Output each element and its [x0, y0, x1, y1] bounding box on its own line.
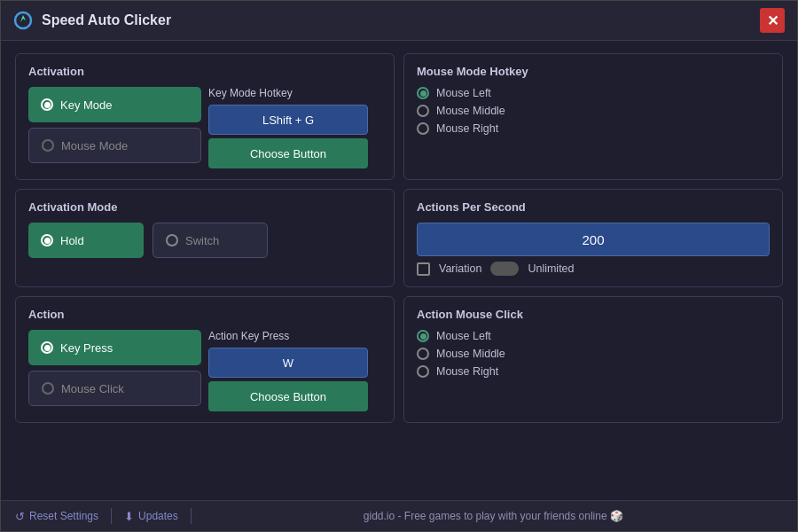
switch-radio: [166, 234, 178, 246]
reset-settings-button[interactable]: ↺ Reset Settings: [15, 510, 98, 523]
mouse-hotkey-options: Mouse Left Mouse Middle Mouse Right: [417, 87, 770, 135]
top-row: Activation Key Mode Mouse Mode: [15, 53, 783, 180]
mouse-click-button[interactable]: Mouse Click: [28, 371, 201, 406]
mouse-hotkey-title: Mouse Mode Hotkey: [417, 65, 770, 78]
action-mouse-left-radio: [417, 330, 429, 342]
mouse-left-option[interactable]: Mouse Left: [417, 87, 770, 99]
action-mouse-right-label: Mouse Right: [436, 365, 498, 378]
hotkey-col: Key Mode Hotkey LShift + G Choose Button: [208, 87, 381, 168]
action-mouse-right-radio: [417, 365, 429, 378]
title-bar: Speed Auto Clicker ✕: [1, 1, 797, 41]
action-buttons: Key Press Mouse Click: [28, 330, 201, 406]
mouse-left-radio: [417, 87, 429, 99]
mouse-right-option[interactable]: Mouse Right: [417, 122, 770, 135]
mouse-mode-button[interactable]: Mouse Mode: [28, 128, 201, 163]
action-mouse-options: Mouse Left Mouse Middle Mouse Right: [417, 330, 770, 378]
action-title: Action: [28, 308, 381, 321]
close-button[interactable]: ✕: [760, 8, 785, 33]
action-mouse-middle-label: Mouse Middle: [436, 348, 505, 360]
footer-divider-2: [191, 508, 192, 524]
main-content: Activation Key Mode Mouse Mode: [1, 41, 797, 500]
unlimited-toggle[interactable]: [490, 262, 519, 276]
footer: ↺ Reset Settings ⬇ Updates gidd.io - Fre…: [1, 500, 797, 531]
activation-mode-title: Activation Mode: [28, 200, 381, 214]
variation-checkbox[interactable]: [417, 262, 430, 276]
svg-point-0: [15, 12, 31, 28]
aps-input[interactable]: 200: [417, 223, 770, 256]
action-mouse-title: Action Mouse Click: [417, 308, 770, 321]
mid-row: Activation Mode Hold Switch Actions Per …: [15, 189, 783, 287]
hold-button[interactable]: Hold: [28, 223, 144, 258]
action-hotkey-label: Action Key Press: [208, 330, 381, 342]
switch-button[interactable]: Switch: [153, 223, 268, 258]
hotkey-input[interactable]: LShift + G: [208, 105, 368, 135]
action-section: Action Key Press Mouse Click Action: [15, 296, 395, 423]
action-mouse-middle-radio: [417, 348, 429, 360]
mouse-middle-radio: [417, 105, 429, 117]
variation-label: Variation: [439, 262, 481, 275]
hotkey-label: Key Mode Hotkey: [208, 87, 381, 99]
mouse-middle-option[interactable]: Mouse Middle: [417, 105, 770, 117]
action-hotkey-input[interactable]: W: [208, 348, 368, 378]
aps-title: Actions Per Second: [417, 200, 770, 214]
updates-button[interactable]: ⬇ Updates: [124, 510, 178, 523]
bottom-row: Action Key Press Mouse Click Action: [15, 296, 783, 423]
action-mouse-left-option[interactable]: Mouse Left: [417, 330, 770, 342]
activation-section: Activation Key Mode Mouse Mode: [15, 53, 395, 180]
action-mouse-left-label: Mouse Left: [436, 330, 491, 342]
key-press-button[interactable]: Key Press: [28, 330, 201, 365]
mouse-middle-label: Mouse Middle: [436, 105, 505, 117]
key-mode-button[interactable]: Key Mode: [28, 87, 201, 122]
hold-radio: [41, 234, 53, 246]
footer-divider-1: [111, 508, 112, 524]
action-mouse-section: Action Mouse Click Mouse Left Mouse Midd…: [403, 296, 783, 423]
choose-button-action[interactable]: Choose Button: [208, 381, 368, 411]
action-mouse-middle-option[interactable]: Mouse Middle: [417, 348, 770, 360]
mouse-mode-radio: [42, 139, 54, 152]
key-press-radio: [41, 341, 53, 354]
activation-buttons: Key Mode Mouse Mode: [28, 87, 201, 163]
mouse-right-label: Mouse Right: [436, 122, 498, 135]
mouse-click-radio: [42, 382, 54, 395]
app-icon: [13, 11, 33, 30]
choose-button-activation[interactable]: Choose Button: [208, 138, 368, 168]
mouse-left-label: Mouse Left: [436, 87, 491, 99]
window-title: Speed Auto Clicker: [42, 12, 760, 28]
aps-section: Actions Per Second 200 Variation Unlimit…: [403, 189, 783, 287]
promo-text: gidd.io - Free games to play with your f…: [204, 510, 783, 522]
action-hotkey-col: Action Key Press W Choose Button: [208, 330, 381, 411]
action-mouse-right-option[interactable]: Mouse Right: [417, 365, 770, 378]
mouse-hotkey-section: Mouse Mode Hotkey Mouse Left Mouse Middl…: [403, 53, 783, 180]
key-mode-radio: [41, 98, 53, 111]
aps-options: Variation Unlimited: [417, 262, 770, 276]
updates-icon: ⬇: [124, 510, 134, 523]
main-window: Speed Auto Clicker ✕ Activation Key Mode: [0, 0, 798, 532]
mouse-right-radio: [417, 122, 429, 135]
reset-icon: ↺: [15, 510, 25, 523]
activation-mode-section: Activation Mode Hold Switch: [15, 189, 395, 287]
activation-title: Activation: [28, 65, 381, 78]
unlimited-label: Unlimited: [528, 262, 574, 275]
